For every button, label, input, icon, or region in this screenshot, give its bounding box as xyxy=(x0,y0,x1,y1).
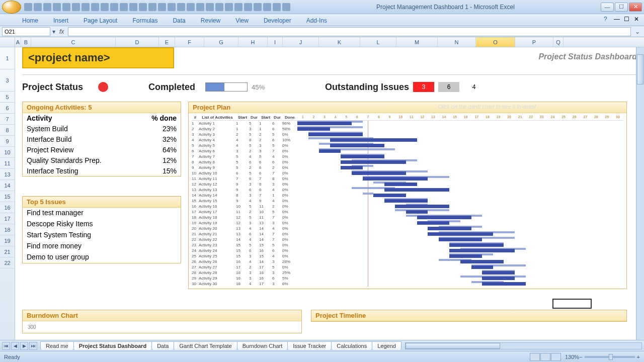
row-header-18[interactable]: 18 xyxy=(0,224,15,235)
column-header-L[interactable]: L xyxy=(360,37,396,47)
name-box[interactable] xyxy=(2,27,50,36)
column-header-P[interactable]: P xyxy=(515,37,553,47)
row-header-7[interactable]: 7 xyxy=(0,114,15,125)
view-page-break-icon[interactable] xyxy=(551,353,561,361)
qat-icon[interactable] xyxy=(177,3,185,11)
qat-icon[interactable] xyxy=(91,3,99,11)
sheet-tab[interactable]: Calculations xyxy=(331,341,372,350)
row-header-19[interactable]: 19 xyxy=(0,235,15,246)
vertical-scrollbar-thumb[interactable] xyxy=(637,54,643,84)
ribbon-tab-insert[interactable]: Insert xyxy=(49,16,72,26)
sheet-tab[interactable]: Data xyxy=(151,341,174,350)
row-header-9[interactable]: 9 xyxy=(0,136,15,147)
qat-icon[interactable] xyxy=(148,3,156,11)
row-header-3[interactable]: 3 xyxy=(0,69,15,92)
column-header-D[interactable]: D xyxy=(116,37,159,47)
selected-cell[interactable] xyxy=(552,299,592,309)
zoom-in-button[interactable]: + xyxy=(637,354,640,360)
vertical-scrollbar[interactable] xyxy=(636,47,644,340)
qat-icon[interactable] xyxy=(129,3,137,11)
row-header-21[interactable]: 21 xyxy=(0,246,15,257)
row-header-10[interactable]: 10 xyxy=(0,147,15,158)
zoom-slider[interactable] xyxy=(585,356,635,358)
zoom-out-button[interactable]: − xyxy=(579,354,582,360)
qat-icon[interactable] xyxy=(206,3,214,11)
row-header-8[interactable]: 8 xyxy=(0,125,15,136)
qat-icon[interactable] xyxy=(158,3,166,11)
qat-undo-icon[interactable] xyxy=(34,3,42,11)
row-header-5[interactable]: 5 xyxy=(0,92,15,103)
sheet-tab[interactable]: Legend xyxy=(372,341,401,350)
horizontal-scrollbar[interactable] xyxy=(405,342,642,349)
column-header-J[interactable]: J xyxy=(283,37,319,47)
ribbon-tab-addins[interactable]: Add-Ins xyxy=(302,16,331,26)
select-all-button[interactable] xyxy=(0,37,15,47)
qat-icon[interactable] xyxy=(196,3,204,11)
zoom-level[interactable]: 130% xyxy=(565,354,579,360)
restore-window-icon[interactable]: ☐ xyxy=(624,16,631,23)
row-header-14[interactable]: 14 xyxy=(0,180,15,191)
qat-save-icon[interactable] xyxy=(24,3,32,11)
ribbon-tab-home[interactable]: Home xyxy=(18,16,42,26)
ribbon-tab-formulas[interactable]: Formulas xyxy=(128,16,162,26)
ribbon-tab-review[interactable]: Review xyxy=(197,16,224,26)
horizontal-scrollbar-thumb[interactable] xyxy=(406,343,500,349)
row-header-1[interactable]: 1 xyxy=(0,47,15,69)
tab-nav-first-icon[interactable]: ⏮ xyxy=(2,342,10,350)
column-header-E[interactable]: E xyxy=(159,37,175,47)
qat-icon[interactable] xyxy=(273,3,281,11)
row-header-13[interactable]: 13 xyxy=(0,169,15,180)
help-icon[interactable]: ? xyxy=(604,16,611,23)
minimize-ribbon-icon[interactable]: — xyxy=(614,16,621,23)
qat-icon[interactable] xyxy=(263,3,271,11)
column-header-K[interactable]: K xyxy=(319,37,360,47)
qat-print-icon[interactable] xyxy=(53,3,61,11)
column-header-B[interactable]: B xyxy=(21,37,31,47)
column-header-O[interactable]: O xyxy=(476,37,515,47)
qat-icon[interactable] xyxy=(72,3,80,11)
qat-icon[interactable] xyxy=(110,3,118,11)
name-box-dropdown-icon[interactable]: ▾ xyxy=(52,28,55,35)
close-button[interactable]: ✕ xyxy=(629,3,642,12)
row-header-17[interactable]: 17 xyxy=(0,213,15,224)
column-header-H[interactable]: H xyxy=(238,37,268,47)
project-plan-panel[interactable]: Project Plan # List of Activities Start … xyxy=(188,102,627,289)
view-page-layout-icon[interactable] xyxy=(540,353,550,361)
ribbon-tab-developer[interactable]: Developer xyxy=(260,16,295,26)
sheet-tab[interactable]: Burndown Chart xyxy=(237,341,288,350)
qat-icon[interactable] xyxy=(282,3,290,11)
qat-redo-icon[interactable] xyxy=(43,3,51,11)
row-header-15[interactable]: 15 xyxy=(0,191,15,202)
row-header-11[interactable]: 11 xyxy=(0,158,15,169)
column-header-M[interactable]: M xyxy=(396,37,438,47)
sheet-tab[interactable]: Gantt Chart Template xyxy=(174,341,237,350)
qat-icon[interactable] xyxy=(187,3,195,11)
sheet-tab[interactable]: Read me xyxy=(40,341,74,350)
expand-formula-bar-icon[interactable]: ⌄ xyxy=(633,28,642,35)
qat-icon[interactable] xyxy=(234,3,243,11)
close-workbook-icon[interactable]: ✕ xyxy=(634,16,641,23)
column-header-A[interactable]: A xyxy=(15,37,21,47)
qat-icon[interactable] xyxy=(101,3,109,11)
sheet-tab[interactable]: Issue Tracker xyxy=(287,341,332,350)
zoom-slider-thumb[interactable] xyxy=(609,354,613,360)
qat-icon[interactable] xyxy=(82,3,90,11)
tab-nav-last-icon[interactable]: ⏭ xyxy=(29,342,37,350)
column-header-I[interactable]: I xyxy=(268,37,283,47)
tab-nav-next-icon[interactable]: ▶ xyxy=(20,342,28,350)
qat-icon[interactable] xyxy=(168,3,176,11)
row-header-22[interactable]: 22 xyxy=(0,257,15,268)
project-name-cell[interactable]: <project name> xyxy=(22,47,174,68)
column-header-Q[interactable]: Q xyxy=(553,37,564,47)
column-header-C[interactable]: C xyxy=(31,37,116,47)
ribbon-tab-view[interactable]: View xyxy=(231,16,253,26)
fx-icon[interactable]: fx xyxy=(57,28,66,35)
ribbon-tab-data[interactable]: Data xyxy=(169,16,189,26)
qat-icon[interactable] xyxy=(120,3,128,11)
row-header-6[interactable]: 6 xyxy=(0,103,15,114)
worksheet-content[interactable]: <project name> Project Status Dashboard … xyxy=(15,47,644,340)
formula-bar[interactable] xyxy=(68,27,631,36)
office-button[interactable] xyxy=(2,1,21,14)
qat-icon[interactable] xyxy=(139,3,147,11)
view-normal-icon[interactable] xyxy=(530,353,540,361)
